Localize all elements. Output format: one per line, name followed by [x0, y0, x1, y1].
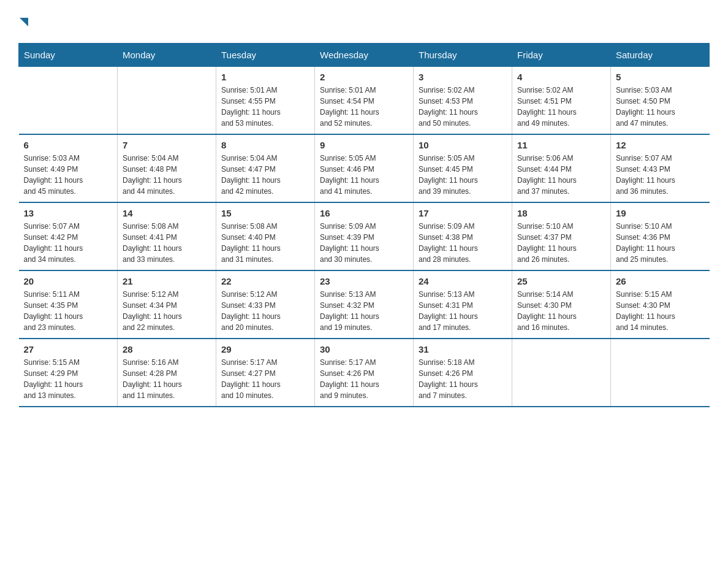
calendar-cell: 3Sunrise: 5:02 AMSunset: 4:53 PMDaylight…: [414, 67, 512, 135]
day-number: 22: [221, 276, 309, 286]
day-number: 1: [221, 72, 309, 82]
calendar-cell: 19Sunrise: 5:10 AMSunset: 4:36 PMDayligh…: [611, 202, 710, 270]
day-number: 5: [616, 72, 705, 82]
day-info: Sunrise: 5:02 AMSunset: 4:51 PMDaylight:…: [517, 85, 605, 129]
weekday-header-sunday: Sunday: [19, 44, 118, 67]
day-info: Sunrise: 5:07 AMSunset: 4:43 PMDaylight:…: [616, 153, 705, 197]
calendar-cell: 22Sunrise: 5:12 AMSunset: 4:33 PMDayligh…: [216, 270, 315, 339]
page-header: [18, 12, 710, 32]
day-info: Sunrise: 5:15 AMSunset: 4:30 PMDaylight:…: [616, 289, 705, 333]
weekday-header-wednesday: Wednesday: [315, 44, 414, 67]
calendar-cell: [611, 339, 710, 407]
day-number: 27: [24, 344, 113, 354]
calendar-cell: 13Sunrise: 5:07 AMSunset: 4:42 PMDayligh…: [19, 202, 118, 270]
day-number: 18: [517, 208, 605, 218]
calendar-table: SundayMondayTuesdayWednesdayThursdayFrid…: [18, 43, 710, 407]
day-info: Sunrise: 5:16 AMSunset: 4:28 PMDaylight:…: [123, 357, 211, 401]
calendar-cell: 31Sunrise: 5:18 AMSunset: 4:26 PMDayligh…: [414, 339, 512, 407]
calendar-cell: [118, 67, 216, 135]
day-number: 19: [616, 208, 705, 218]
day-info: Sunrise: 5:08 AMSunset: 4:41 PMDaylight:…: [123, 221, 211, 265]
day-info: Sunrise: 5:17 AMSunset: 4:26 PMDaylight:…: [320, 357, 408, 401]
calendar-cell: 23Sunrise: 5:13 AMSunset: 4:32 PMDayligh…: [315, 270, 414, 339]
day-number: 7: [123, 140, 211, 150]
day-number: 24: [419, 276, 507, 286]
calendar-cell: 2Sunrise: 5:01 AMSunset: 4:54 PMDaylight…: [315, 67, 414, 135]
day-info: Sunrise: 5:08 AMSunset: 4:40 PMDaylight:…: [221, 221, 309, 265]
calendar-cell: 24Sunrise: 5:13 AMSunset: 4:31 PMDayligh…: [414, 270, 512, 339]
day-info: Sunrise: 5:04 AMSunset: 4:48 PMDaylight:…: [123, 153, 211, 197]
day-number: 15: [221, 208, 309, 218]
day-info: Sunrise: 5:09 AMSunset: 4:39 PMDaylight:…: [320, 221, 408, 265]
calendar-cell: 18Sunrise: 5:10 AMSunset: 4:37 PMDayligh…: [512, 202, 611, 270]
calendar-cell: 30Sunrise: 5:17 AMSunset: 4:26 PMDayligh…: [315, 339, 414, 407]
week-row-2: 6Sunrise: 5:03 AMSunset: 4:49 PMDaylight…: [19, 134, 710, 202]
day-number: 29: [221, 344, 309, 354]
day-info: Sunrise: 5:10 AMSunset: 4:37 PMDaylight:…: [517, 221, 605, 265]
week-row-4: 20Sunrise: 5:11 AMSunset: 4:35 PMDayligh…: [19, 270, 710, 339]
day-number: 16: [320, 208, 408, 218]
weekday-header-monday: Monday: [118, 44, 216, 67]
day-info: Sunrise: 5:05 AMSunset: 4:45 PMDaylight:…: [419, 153, 507, 197]
day-number: 26: [616, 276, 705, 286]
day-info: Sunrise: 5:03 AMSunset: 4:49 PMDaylight:…: [24, 153, 113, 197]
day-info: Sunrise: 5:01 AMSunset: 4:55 PMDaylight:…: [221, 85, 309, 129]
day-info: Sunrise: 5:15 AMSunset: 4:29 PMDaylight:…: [24, 357, 113, 401]
weekday-header-thursday: Thursday: [414, 44, 512, 67]
weekday-header-tuesday: Tuesday: [216, 44, 315, 67]
calendar-cell: 12Sunrise: 5:07 AMSunset: 4:43 PMDayligh…: [611, 134, 710, 202]
week-row-5: 27Sunrise: 5:15 AMSunset: 4:29 PMDayligh…: [19, 339, 710, 407]
day-info: Sunrise: 5:07 AMSunset: 4:42 PMDaylight:…: [24, 221, 113, 265]
calendar-cell: 9Sunrise: 5:05 AMSunset: 4:46 PMDaylight…: [315, 134, 414, 202]
day-number: 17: [419, 208, 507, 218]
calendar-cell: 20Sunrise: 5:11 AMSunset: 4:35 PMDayligh…: [19, 270, 118, 339]
day-number: 21: [123, 276, 211, 286]
calendar-cell: 14Sunrise: 5:08 AMSunset: 4:41 PMDayligh…: [118, 202, 216, 270]
day-number: 20: [24, 276, 113, 286]
calendar-cell: 15Sunrise: 5:08 AMSunset: 4:40 PMDayligh…: [216, 202, 315, 270]
logo-triangle-icon: [20, 18, 28, 26]
day-number: 4: [517, 72, 605, 82]
day-number: 8: [221, 140, 309, 150]
day-number: 28: [123, 344, 211, 354]
day-number: 9: [320, 140, 408, 150]
day-info: Sunrise: 5:14 AMSunset: 4:30 PMDaylight:…: [517, 289, 605, 333]
calendar-cell: 5Sunrise: 5:03 AMSunset: 4:50 PMDaylight…: [611, 67, 710, 135]
day-number: 6: [24, 140, 113, 150]
weekday-header-saturday: Saturday: [611, 44, 710, 67]
calendar-cell: 25Sunrise: 5:14 AMSunset: 4:30 PMDayligh…: [512, 270, 611, 339]
weekday-header-row: SundayMondayTuesdayWednesdayThursdayFrid…: [19, 44, 710, 67]
calendar-cell: 7Sunrise: 5:04 AMSunset: 4:48 PMDaylight…: [118, 134, 216, 202]
day-info: Sunrise: 5:11 AMSunset: 4:35 PMDaylight:…: [24, 289, 113, 333]
day-info: Sunrise: 5:13 AMSunset: 4:31 PMDaylight:…: [419, 289, 507, 333]
day-info: Sunrise: 5:04 AMSunset: 4:47 PMDaylight:…: [221, 153, 309, 197]
day-info: Sunrise: 5:05 AMSunset: 4:46 PMDaylight:…: [320, 153, 408, 197]
calendar-cell: 11Sunrise: 5:06 AMSunset: 4:44 PMDayligh…: [512, 134, 611, 202]
day-number: 2: [320, 72, 408, 82]
day-info: Sunrise: 5:12 AMSunset: 4:33 PMDaylight:…: [221, 289, 309, 333]
calendar-cell: 16Sunrise: 5:09 AMSunset: 4:39 PMDayligh…: [315, 202, 414, 270]
logo: [18, 12, 29, 32]
day-number: 11: [517, 140, 605, 150]
calendar-cell: 26Sunrise: 5:15 AMSunset: 4:30 PMDayligh…: [611, 270, 710, 339]
day-number: 30: [320, 344, 408, 354]
day-info: Sunrise: 5:10 AMSunset: 4:36 PMDaylight:…: [616, 221, 705, 265]
day-info: Sunrise: 5:17 AMSunset: 4:27 PMDaylight:…: [221, 357, 309, 401]
day-info: Sunrise: 5:12 AMSunset: 4:34 PMDaylight:…: [123, 289, 211, 333]
calendar-cell: 29Sunrise: 5:17 AMSunset: 4:27 PMDayligh…: [216, 339, 315, 407]
calendar-cell: [512, 339, 611, 407]
day-info: Sunrise: 5:06 AMSunset: 4:44 PMDaylight:…: [517, 153, 605, 197]
calendar-cell: 28Sunrise: 5:16 AMSunset: 4:28 PMDayligh…: [118, 339, 216, 407]
day-number: 25: [517, 276, 605, 286]
calendar-cell: [19, 67, 118, 135]
day-number: 10: [419, 140, 507, 150]
calendar-cell: 1Sunrise: 5:01 AMSunset: 4:55 PMDaylight…: [216, 67, 315, 135]
week-row-3: 13Sunrise: 5:07 AMSunset: 4:42 PMDayligh…: [19, 202, 710, 270]
day-info: Sunrise: 5:13 AMSunset: 4:32 PMDaylight:…: [320, 289, 408, 333]
calendar-cell: 8Sunrise: 5:04 AMSunset: 4:47 PMDaylight…: [216, 134, 315, 202]
weekday-header-friday: Friday: [512, 44, 611, 67]
day-number: 12: [616, 140, 705, 150]
day-info: Sunrise: 5:18 AMSunset: 4:26 PMDaylight:…: [419, 357, 507, 401]
week-row-1: 1Sunrise: 5:01 AMSunset: 4:55 PMDaylight…: [19, 67, 710, 135]
day-number: 23: [320, 276, 408, 286]
